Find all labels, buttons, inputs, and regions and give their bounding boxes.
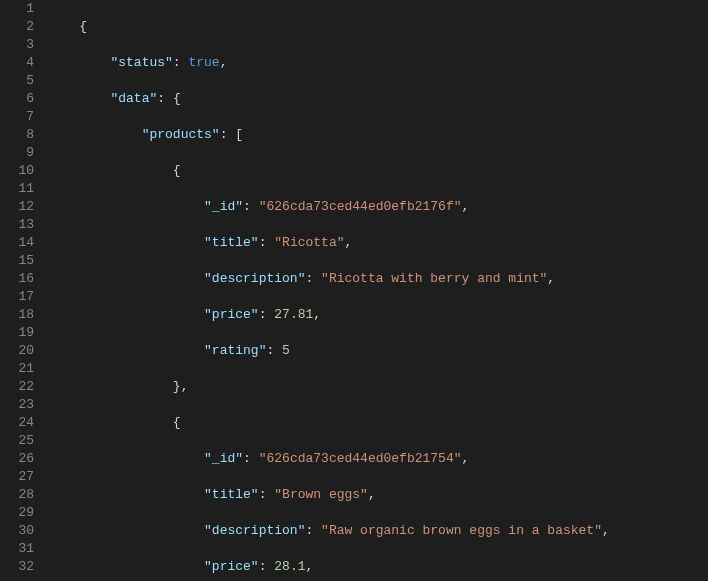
line-number: 26 xyxy=(0,450,34,468)
line-number: 1 xyxy=(0,0,34,18)
code-line: "status": true, xyxy=(48,54,700,72)
line-number: 16 xyxy=(0,270,34,288)
code-line: "_id": "626cda73ced44ed0efb21754", xyxy=(48,450,700,468)
line-number: 24 xyxy=(0,414,34,432)
code-line: "data": { xyxy=(48,90,700,108)
line-number: 22 xyxy=(0,378,34,396)
line-number: 5 xyxy=(0,72,34,90)
json-value-status: true xyxy=(188,55,219,70)
json-key-description: description xyxy=(212,271,298,286)
json-value-id-0: 626cda73ced44ed0efb2176f xyxy=(266,199,453,214)
code-line: }, xyxy=(48,378,700,396)
json-value-rating-0: 5 xyxy=(282,343,290,358)
json-value-price-0: 27.81 xyxy=(274,307,313,322)
line-number: 19 xyxy=(0,324,34,342)
json-key-description: description xyxy=(212,523,298,538)
code-line: "products": [ xyxy=(48,126,700,144)
code-line: "description": "Raw organic brown eggs i… xyxy=(48,522,700,540)
json-value-title-1: Brown eggs xyxy=(282,487,360,502)
json-key-id: _id xyxy=(212,451,235,466)
line-number: 11 xyxy=(0,180,34,198)
line-number: 13 xyxy=(0,216,34,234)
json-key-data: data xyxy=(118,91,149,106)
line-number: 10 xyxy=(0,162,34,180)
code-line: { xyxy=(48,414,700,432)
line-number: 3 xyxy=(0,36,34,54)
line-number: 6 xyxy=(0,90,34,108)
code-line: { xyxy=(48,18,700,36)
line-number-gutter: 1234567891011121314151617181920212223242… xyxy=(0,0,48,581)
code-line: "price": 28.1, xyxy=(48,558,700,576)
json-key-id: _id xyxy=(212,199,235,214)
json-value-description-0: Ricotta with berry and mint xyxy=(329,271,540,286)
json-value-title-0: Ricotta xyxy=(282,235,337,250)
json-key-rating: rating xyxy=(212,343,259,358)
json-key-title: title xyxy=(212,487,251,502)
code-editor[interactable]: 1234567891011121314151617181920212223242… xyxy=(0,0,708,581)
line-number: 20 xyxy=(0,342,34,360)
json-value-price-1: 28.1 xyxy=(274,559,305,574)
line-number: 2 xyxy=(0,18,34,36)
code-line: "description": "Ricotta with berry and m… xyxy=(48,270,700,288)
json-value-description-1: Raw organic brown eggs in a basket xyxy=(329,523,594,538)
line-number: 18 xyxy=(0,306,34,324)
line-number: 30 xyxy=(0,522,34,540)
line-number: 31 xyxy=(0,540,34,558)
code-line: { xyxy=(48,162,700,180)
json-value-id-1: 626cda73ced44ed0efb21754 xyxy=(266,451,453,466)
line-number: 9 xyxy=(0,144,34,162)
line-number: 29 xyxy=(0,504,34,522)
line-number: 21 xyxy=(0,360,34,378)
line-number: 8 xyxy=(0,126,34,144)
json-key-products: products xyxy=(149,127,211,142)
code-line: "price": 27.81, xyxy=(48,306,700,324)
code-line: "rating": 5 xyxy=(48,342,700,360)
code-line: "_id": "626cda73ced44ed0efb2176f", xyxy=(48,198,700,216)
line-number: 27 xyxy=(0,468,34,486)
line-number: 12 xyxy=(0,198,34,216)
line-number: 7 xyxy=(0,108,34,126)
line-number: 14 xyxy=(0,234,34,252)
line-number: 32 xyxy=(0,558,34,576)
json-key-title: title xyxy=(212,235,251,250)
code-line: "title": "Ricotta", xyxy=(48,234,700,252)
json-key-price: price xyxy=(212,559,251,574)
json-key-price: price xyxy=(212,307,251,322)
line-number: 4 xyxy=(0,54,34,72)
line-number: 28 xyxy=(0,486,34,504)
line-number: 15 xyxy=(0,252,34,270)
line-number: 17 xyxy=(0,288,34,306)
json-key-status: status xyxy=(118,55,165,70)
line-number: 23 xyxy=(0,396,34,414)
line-number: 25 xyxy=(0,432,34,450)
code-line: "title": "Brown eggs", xyxy=(48,486,700,504)
code-content[interactable]: { "status": true, "data": { "products": … xyxy=(48,0,708,581)
